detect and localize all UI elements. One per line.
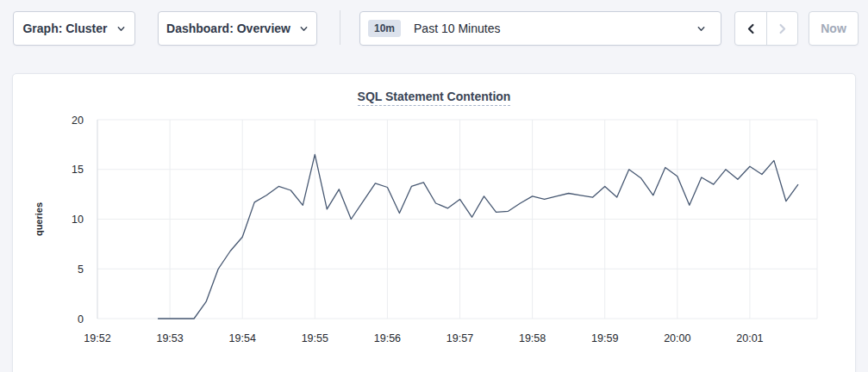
time-step-button-group [734,11,798,46]
dashboard-dropdown[interactable]: Dashboard: Overview [158,11,317,46]
y-tick-label: 10 [72,214,84,226]
x-tick-label: 20:00 [664,332,690,344]
y-axis-label: queries [34,202,44,236]
x-tick-label: 19:54 [229,332,256,344]
x-tick-label: 19:56 [374,332,401,344]
now-button[interactable]: Now [809,11,859,46]
chevron-right-icon [776,22,789,35]
y-tick-label: 5 [78,264,84,276]
dashboard-dropdown-label: Dashboard: Overview [166,22,290,35]
sql-statement-contention-chart: 0510152019:5219:5319:5419:5519:5619:5719… [13,74,855,371]
graph-dropdown-label: Graph: Cluster [22,22,107,35]
toolbar: Graph: Cluster Dashboard: Overview 10m P… [0,0,868,73]
chevron-down-icon [696,24,706,34]
x-tick-label: 19:57 [446,332,473,344]
toolbar-divider [340,10,340,45]
x-tick-label: 19:52 [84,332,110,344]
x-tick-label: 19:59 [591,332,618,344]
y-tick-label: 15 [72,164,84,176]
series-line-queries [158,154,798,319]
y-tick-label: 0 [78,313,84,326]
y-tick-label: 20 [72,115,84,127]
chevron-left-icon [745,22,758,35]
chevron-down-icon [299,24,309,34]
x-tick-label: 19:55 [302,332,328,344]
chart-card: SQL Statement Contention 0510152019:5219… [12,73,856,372]
time-range-selector[interactable]: 10m Past 10 Minutes [359,11,721,46]
time-back-button[interactable] [735,12,766,45]
time-forward-button[interactable] [766,12,797,45]
time-range-badge: 10m [368,20,401,37]
x-tick-label: 20:01 [736,332,763,344]
x-tick-label: 19:58 [519,332,546,344]
graph-dropdown[interactable]: Graph: Cluster [13,11,135,46]
x-tick-label: 19:53 [156,332,183,344]
time-range-label: Past 10 Minutes [414,22,500,35]
chevron-down-icon [116,24,126,34]
